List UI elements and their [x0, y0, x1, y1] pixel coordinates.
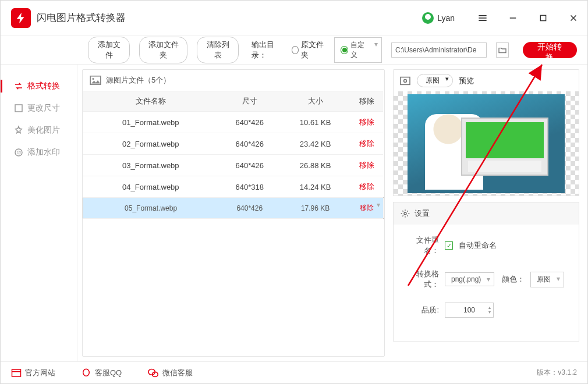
svg-rect-6: [401, 77, 410, 84]
radio-custom-folder[interactable]: 自定义: [334, 37, 382, 63]
col-size: 尺寸: [218, 91, 281, 112]
preview-image: [393, 91, 579, 196]
remove-link[interactable]: 移除: [350, 155, 384, 176]
svg-point-5: [92, 78, 94, 80]
format-label: 转换格式：: [402, 269, 439, 290]
cell-bytes: 10.61 KB: [281, 112, 349, 133]
toolbar: 添加文件 添加文件夹 清除列表 输出目录： 原文件夹 自定义 开始转换: [1, 35, 587, 65]
svg-rect-1: [15, 105, 22, 112]
cell-size: 640*426: [218, 198, 281, 219]
color-label: 颜色：: [500, 274, 525, 285]
sidebar: 格式转换 更改尺寸 美化图片 印 添加水印: [1, 65, 77, 361]
close-icon[interactable]: [566, 11, 580, 25]
color-select[interactable]: 原图: [530, 272, 564, 287]
app-title: 闪电图片格式转换器: [37, 11, 126, 24]
auto-rename-checkbox[interactable]: ✓: [445, 241, 453, 250]
settings-title: 设置: [415, 208, 430, 219]
sidebar-item-format[interactable]: 格式转换: [1, 75, 77, 97]
cell-name: 01_Format.webp: [83, 112, 219, 133]
menu-icon[interactable]: [476, 11, 490, 25]
cell-bytes: 23.42 KB: [281, 133, 349, 155]
col-bytes: 大小: [281, 91, 349, 112]
sidebar-item-beautify[interactable]: 美化图片: [1, 119, 77, 141]
svg-point-8: [404, 212, 406, 215]
watermark-icon: 印: [13, 147, 24, 158]
table-row[interactable]: 04_Format.webp640*31814.24 KB移除: [83, 176, 384, 198]
cell-size: 640*318: [218, 176, 281, 198]
svg-point-7: [404, 79, 407, 82]
sidebar-item-resize[interactable]: 更改尺寸: [1, 97, 77, 119]
radio-original-folder[interactable]: 原文件夹: [292, 40, 325, 61]
settings-panel: 设置 文件重名： ✓ 自动重命名 转换格式： png(.png) 颜色： 原图: [393, 202, 579, 342]
app-logo: [11, 8, 31, 28]
cell-size: 640*426: [218, 112, 281, 133]
start-convert-button[interactable]: 开始转换: [523, 42, 578, 58]
cell-name: 04_Format.webp: [83, 176, 219, 198]
convert-icon: [13, 81, 24, 91]
file-panel: 源图片文件（5个） 文件名称 尺寸 大小 移除 01_Format.webp64…: [82, 69, 385, 357]
qq-support-link[interactable]: 客服QQ: [81, 368, 122, 378]
wechat-support-link[interactable]: 微信客服: [147, 368, 193, 378]
gear-icon: [401, 209, 410, 218]
resize-icon: [13, 103, 24, 113]
table-row[interactable]: 02_Format.webp640*42623.42 KB移除: [83, 133, 384, 155]
svg-rect-0: [540, 15, 546, 20]
file-panel-title: 源图片文件（5个）: [106, 75, 171, 86]
rename-value: 自动重命名: [459, 240, 497, 251]
svg-text:印: 印: [17, 151, 21, 155]
official-site-link[interactable]: 官方网站: [11, 368, 55, 378]
table-row[interactable]: 05_Format.webp640*42617.96 KB移除: [83, 198, 384, 219]
table-row[interactable]: 03_Format.webp640*42626.88 KB移除: [83, 155, 384, 176]
cell-name: 03_Format.webp: [83, 155, 219, 176]
col-remove: 移除: [350, 91, 384, 112]
title-bar: 闪电图片格式转换器 Lyan: [1, 1, 587, 35]
svg-point-10: [83, 369, 90, 376]
output-path-input[interactable]: [391, 42, 487, 58]
preview-header: 原图 预览: [393, 69, 579, 91]
quality-stepper[interactable]: 100: [445, 303, 494, 318]
col-name: 文件名称: [83, 91, 219, 112]
cell-size: 640*426: [218, 155, 281, 176]
wechat-icon: [422, 12, 434, 24]
preview-label: 预览: [459, 76, 474, 86]
fit-icon[interactable]: [399, 76, 411, 86]
version-label: 版本：v3.1.2: [537, 368, 577, 378]
image-icon: [90, 76, 101, 85]
zoom-select[interactable]: 原图: [417, 74, 453, 87]
cell-bytes: 17.96 KB: [281, 198, 349, 219]
maximize-icon[interactable]: [536, 11, 550, 25]
cell-name: 02_Format.webp: [83, 133, 219, 155]
cell-bytes: 14.24 KB: [281, 176, 349, 198]
remove-link[interactable]: 移除: [350, 176, 384, 198]
remove-link[interactable]: 移除: [350, 112, 384, 133]
rename-label: 文件重名：: [402, 235, 439, 256]
quality-label: 品质:: [402, 305, 439, 315]
file-table: 文件名称 尺寸 大小 移除 01_Format.webp640*42610.61…: [83, 91, 384, 219]
output-dir-label: 输出目录：: [252, 40, 282, 61]
svg-rect-9: [12, 369, 21, 376]
browse-folder-button[interactable]: [496, 42, 509, 58]
remove-link[interactable]: 移除: [350, 198, 384, 219]
cell-name: 05_Format.webp: [83, 198, 219, 219]
footer: 官方网站 客服QQ 微信客服 版本：v3.1.2: [1, 361, 587, 383]
remove-link[interactable]: 移除: [350, 133, 384, 155]
add-folder-button[interactable]: 添加文件夹: [139, 37, 187, 63]
user-name: Lyan: [437, 13, 455, 23]
cell-size: 640*426: [218, 133, 281, 155]
add-file-button[interactable]: 添加文件: [88, 37, 130, 63]
user-badge[interactable]: Lyan: [422, 12, 455, 24]
clear-list-button[interactable]: 清除列表: [197, 37, 239, 63]
minimize-icon[interactable]: [506, 11, 520, 25]
cell-bytes: 26.88 KB: [281, 155, 349, 176]
sidebar-item-watermark[interactable]: 印 添加水印: [1, 141, 77, 163]
format-select[interactable]: png(.png): [445, 272, 494, 286]
beautify-icon: [13, 125, 24, 136]
table-row[interactable]: 01_Format.webp640*42610.61 KB移除: [83, 112, 384, 133]
